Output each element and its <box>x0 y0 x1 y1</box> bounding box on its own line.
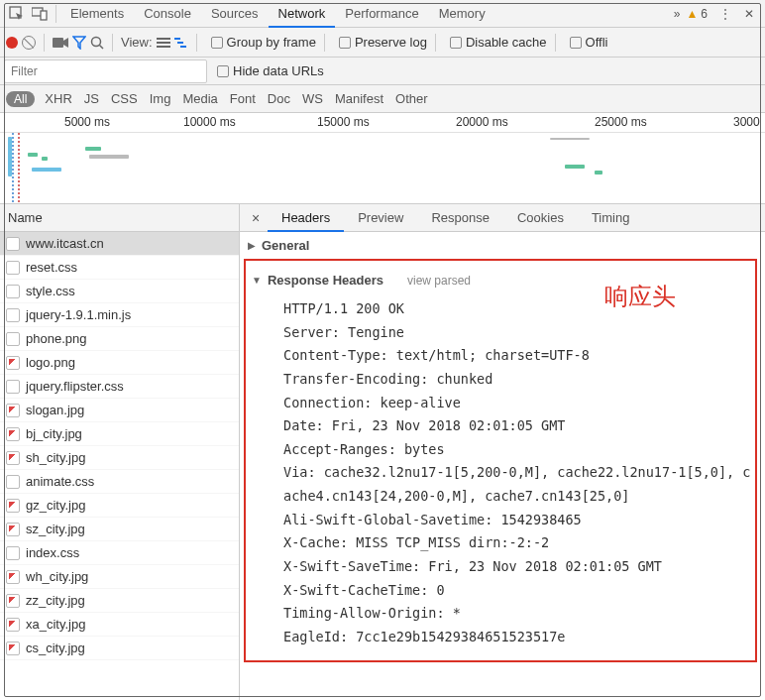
response-headers-highlight: ▼ Response Headers view parsed 响应头 HTTP/… <box>244 259 757 662</box>
request-detail-panel: × HeadersPreviewResponseCookiesTiming ▶ … <box>240 204 765 700</box>
expand-triangle-icon: ▼ <box>252 275 262 286</box>
file-icon <box>6 594 20 608</box>
request-row[interactable]: phone.png <box>0 327 239 351</box>
file-icon <box>6 642 20 655</box>
request-list-panel: Name www.itcast.cnreset.cssstyle.cssjque… <box>0 204 240 700</box>
response-headers-section-header[interactable]: ▼ Response Headers view parsed <box>250 267 751 293</box>
file-icon <box>6 499 20 513</box>
file-icon <box>6 451 20 465</box>
file-icon <box>6 523 20 536</box>
file-icon <box>6 570 20 584</box>
collapse-triangle-icon: ▶ <box>248 240 256 251</box>
file-icon <box>6 332 20 346</box>
request-list: www.itcast.cnreset.cssstyle.cssjquery-1.… <box>0 232 239 700</box>
view-parsed-link[interactable]: view parsed <box>407 274 471 288</box>
file-icon <box>6 356 20 370</box>
file-icon <box>6 427 20 441</box>
general-section-header[interactable]: ▶ General <box>240 232 765 259</box>
file-icon <box>6 404 20 417</box>
raw-response-headers: HTTP/1.1 200 OK Server: Tengine Content-… <box>250 293 751 648</box>
annotation-label: 响应头 <box>604 281 676 312</box>
file-icon <box>6 618 20 632</box>
